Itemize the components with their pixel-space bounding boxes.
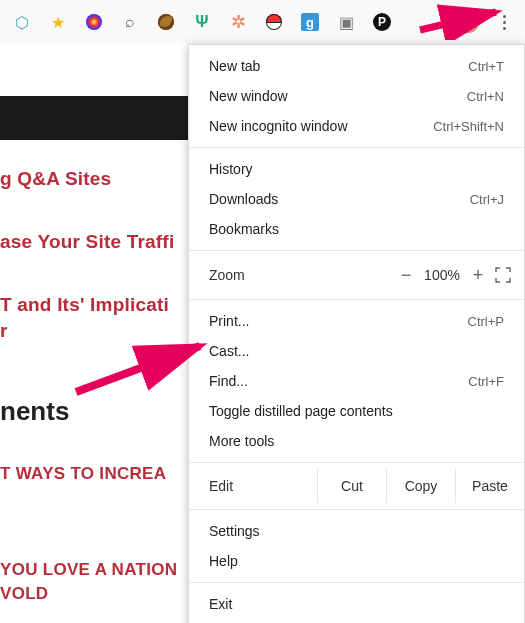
caps-link-2a[interactable]: YOU LOVE A NATION	[0, 560, 177, 580]
menu-settings[interactable]: Settings	[189, 516, 524, 546]
cookie-icon[interactable]	[156, 12, 176, 32]
menu-separator	[189, 299, 524, 300]
zoom-in-button[interactable]: +	[466, 265, 490, 286]
hex-icon[interactable]: ⬡	[12, 12, 32, 32]
edit-cut[interactable]: Cut	[317, 469, 386, 503]
browser-toolbar: ⬡ ★ ⌕ Ψ ✲ g ▣ P	[0, 0, 525, 44]
article-link-2[interactable]: ase Your Site Traffi	[0, 229, 174, 255]
menu-find[interactable]: Find...Ctrl+F	[189, 366, 524, 396]
header-bar	[0, 96, 190, 140]
zoom-percent: 100%	[418, 267, 466, 283]
menu-separator	[189, 147, 524, 148]
menu-new-tab[interactable]: New tabCtrl+T	[189, 51, 524, 81]
edit-label: Edit	[189, 478, 317, 494]
menu-new-window[interactable]: New windowCtrl+N	[189, 81, 524, 111]
menu-separator	[189, 462, 524, 463]
menu-cast[interactable]: Cast...	[189, 336, 524, 366]
star-icon[interactable]: ★	[48, 12, 68, 32]
fullscreen-button[interactable]	[490, 267, 516, 283]
circle-icon[interactable]	[84, 12, 104, 32]
zoom-label: Zoom	[209, 267, 394, 283]
caps-link-1[interactable]: T WAYS TO INCREA	[0, 464, 166, 484]
p-bubble-icon[interactable]: P	[372, 12, 392, 32]
menu-history[interactable]: History	[189, 154, 524, 184]
menu-toggle-distilled[interactable]: Toggle distilled page contents	[189, 396, 524, 426]
g-square-icon[interactable]: g	[300, 12, 320, 32]
article-link-3a[interactable]: T and Its' Implicati	[0, 292, 169, 318]
antler-icon[interactable]: Ψ	[192, 12, 212, 32]
profile-avatar[interactable]	[457, 11, 479, 33]
browser-menu: New tabCtrl+T New windowCtrl+N New incog…	[188, 44, 525, 623]
menu-print[interactable]: Print...Ctrl+P	[189, 306, 524, 336]
menu-button[interactable]	[495, 11, 513, 33]
caps-link-2b[interactable]: VOLD	[0, 584, 48, 604]
menu-downloads[interactable]: DownloadsCtrl+J	[189, 184, 524, 214]
viewport: ⬡ ★ ⌕ Ψ ✲ g ▣ P g Q&A Sites ase Your Sit…	[0, 0, 525, 623]
menu-zoom: Zoom − 100% +	[189, 257, 524, 293]
magnify-icon[interactable]: ⌕	[120, 12, 140, 32]
menu-separator	[189, 582, 524, 583]
edit-copy[interactable]: Copy	[386, 469, 455, 503]
article-link-3b[interactable]: r	[0, 318, 8, 344]
comments-heading: nents	[0, 396, 69, 427]
menu-more-tools[interactable]: More tools	[189, 426, 524, 456]
zoom-out-button[interactable]: −	[394, 265, 418, 286]
menu-exit[interactable]: Exit	[189, 589, 524, 619]
camera-icon[interactable]: ▣	[336, 12, 356, 32]
article-link-1[interactable]: g Q&A Sites	[0, 166, 111, 192]
menu-bookmarks[interactable]: Bookmarks	[189, 214, 524, 244]
hubspot-icon[interactable]: ✲	[228, 12, 248, 32]
menu-incognito[interactable]: New incognito windowCtrl+Shift+N	[189, 111, 524, 141]
menu-separator	[189, 250, 524, 251]
edit-paste[interactable]: Paste	[455, 469, 524, 503]
menu-edit-row: Edit Cut Copy Paste	[189, 469, 524, 503]
menu-separator	[189, 509, 524, 510]
pokeball-icon[interactable]	[264, 12, 284, 32]
menu-help[interactable]: Help	[189, 546, 524, 576]
